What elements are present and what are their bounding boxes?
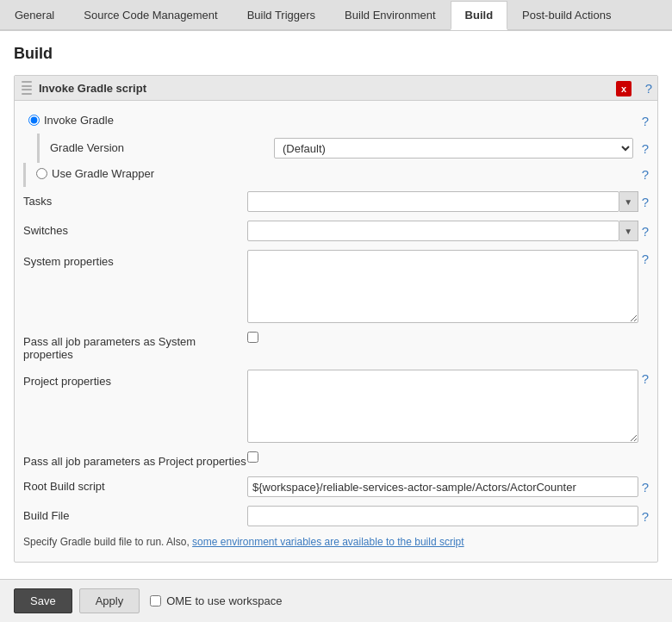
use-gradle-wrapper-help[interactable]: ? [642,167,649,182]
invoke-gradle-help[interactable]: ? [642,114,649,128]
build-file-help[interactable]: ? [642,509,649,524]
system-properties-control: ? [247,250,649,323]
save-button[interactable]: Save [14,588,72,613]
build-file-row: Build File ? [15,501,657,531]
page-title: Build [14,45,658,63]
project-properties-textarea[interactable] [247,370,638,443]
switches-control: ▼ ? [247,221,649,241]
gradle-version-label: Gradle Version [50,138,274,154]
info-text-prefix: Specify Gradle build file to run. Also, [23,536,192,548]
tab-post-build-actions[interactable]: Post-build Actions [507,1,625,30]
pass-job-params-system-label: Pass all job parameters as System proper… [23,332,247,361]
env-vars-link[interactable]: some environment variables are available… [192,536,464,548]
page-content: Build Invoke Gradle script x ? Invoke Gr… [0,31,672,617]
root-build-script-label: Root Build script [23,476,247,493]
switches-input-wrapper: ▼ [247,221,638,241]
root-build-script-input[interactable] [247,476,638,497]
tab-build[interactable]: Build [451,1,508,30]
invoke-gradle-row: Invoke Gradle ? [15,109,657,134]
switches-help[interactable]: ? [642,224,649,239]
tab-bar: General Source Code Management Build Tri… [0,0,672,31]
card-help-button[interactable]: ? [645,81,652,96]
switches-row: Switches ▼ ? [15,216,657,246]
tasks-row: Tasks ▼ ? [15,187,657,216]
system-properties-help[interactable]: ? [642,252,649,266]
tasks-help[interactable]: ? [642,195,649,209]
use-gradle-wrapper-radio[interactable] [36,168,47,179]
gradle-version-select-wrapper: (Default) [274,138,633,159]
build-file-input[interactable] [247,506,638,526]
system-properties-row: System properties ? [15,246,657,327]
gradle-version-select[interactable]: (Default) [274,138,633,159]
build-file-control: ? [247,506,649,526]
project-properties-row: Project properties ? [15,365,657,447]
apply-button[interactable]: Apply [79,588,140,613]
use-gradle-wrapper-row: Use Gradle Wrapper ? [23,163,657,187]
card-header: Invoke Gradle script x ? [15,76,657,101]
project-properties-control: ? [247,370,649,443]
root-build-script-control: ? [247,476,649,497]
gradle-version-control: (Default) ? [274,138,649,159]
pass-job-params-project-label: Pass all job parameters as Project prope… [23,451,247,468]
invoke-gradle-label: Invoke Gradle [44,114,114,127]
tasks-dropdown-btn[interactable]: ▼ [619,191,638,212]
pass-job-params-system-row: Pass all job parameters as System proper… [15,327,657,365]
pass-job-params-project-checkbox[interactable] [247,451,258,463]
invoke-gradle-card: Invoke Gradle script x ? Invoke Gradle ?… [14,75,658,563]
tab-general[interactable]: General [0,1,69,30]
footer-extras: OME to use workspace [150,594,282,607]
root-build-script-row: Root Build script ? [15,472,657,501]
pass-job-params-system-control [247,332,649,343]
use-gradle-wrapper-label: Use Gradle Wrapper [52,167,154,180]
tasks-input-wrapper: ▼ [247,191,638,212]
switches-input[interactable] [247,221,619,241]
gradle-home-label: OME to use workspace [166,594,282,607]
tab-build-triggers[interactable]: Build Triggers [233,1,330,30]
build-file-label: Build File [23,506,247,522]
tab-build-environment[interactable]: Build Environment [330,1,451,30]
project-properties-label: Project properties [23,370,247,388]
info-text-area: Specify Gradle build file to run. Also, … [15,531,657,553]
gradle-home-checkbox[interactable] [150,595,161,606]
system-properties-textarea[interactable] [247,250,638,323]
use-gradle-wrapper-radio-label[interactable]: Use Gradle Wrapper [36,167,154,180]
switches-dropdown-btn[interactable]: ▼ [619,221,638,241]
pass-job-params-system-checkbox[interactable] [247,332,258,343]
tasks-control: ▼ ? [247,191,649,212]
tasks-input[interactable] [247,191,619,212]
invoke-gradle-radio-label[interactable]: Invoke Gradle [28,114,114,127]
drag-handle[interactable] [22,81,32,95]
card-body: Invoke Gradle ? Gradle Version (Default)… [15,101,657,562]
project-properties-help[interactable]: ? [642,371,649,386]
invoke-gradle-radio[interactable] [28,115,40,126]
tasks-label: Tasks [23,191,247,208]
switches-label: Switches [23,221,247,237]
pass-job-params-project-control [247,451,649,463]
root-build-script-help[interactable]: ? [642,480,649,494]
close-button[interactable]: x [616,81,632,96]
tab-source-code-management[interactable]: Source Code Management [69,1,232,30]
footer: Save Apply OME to use workspace [0,579,672,622]
system-properties-label: System properties [23,250,247,268]
pass-job-params-project-row: Pass all job parameters as Project prope… [15,447,657,472]
gradle-version-help[interactable]: ? [642,141,649,156]
gradle-version-row: Gradle Version (Default) ? [37,134,657,163]
card-title: Invoke Gradle script [39,82,146,95]
